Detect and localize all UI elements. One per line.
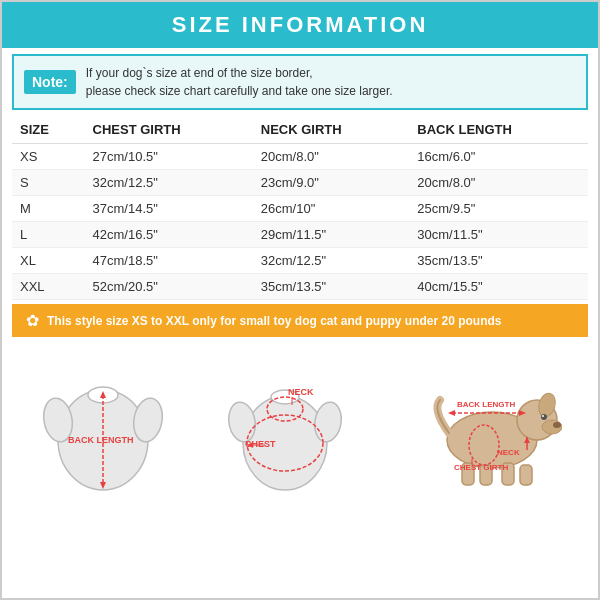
svg-point-25	[553, 422, 561, 428]
table-cell-1: 37cm/14.5"	[85, 196, 253, 222]
table-cell-0: S	[12, 170, 85, 196]
note-label: Note:	[24, 70, 76, 94]
svg-rect-29	[520, 465, 532, 485]
footer-bar: ✿ This style size XS to XXL only for sma…	[12, 304, 588, 337]
table-cell-0: M	[12, 196, 85, 222]
svg-point-23	[541, 414, 547, 420]
footer-text: This style size XS to XXL only for small…	[47, 314, 502, 328]
table-row: M37cm/14.5"26cm/10"25cm/9.5"	[12, 196, 588, 222]
diagrams-section: BACK LENGTH NECK CHEST	[2, 341, 598, 501]
table-cell-0: XS	[12, 144, 85, 170]
table-cell-2: 23cm/9.0"	[253, 170, 410, 196]
col-header-size: SIZE	[12, 116, 85, 144]
diagram-dog: BACK LENGTH NECK CHEST GIRTH	[402, 355, 562, 495]
table-row: L42cm/16.5"29cm/11.5"30cm/11.5"	[12, 222, 588, 248]
table-cell-1: 47cm/18.5"	[85, 248, 253, 274]
table-cell-2: 29cm/11.5"	[253, 222, 410, 248]
table-cell-3: 35cm/13.5"	[409, 248, 588, 274]
table-cell-3: 25cm/9.5"	[409, 196, 588, 222]
table-row: S32cm/12.5"23cm/9.0"20cm/8.0"	[12, 170, 588, 196]
table-cell-1: 42cm/16.5"	[85, 222, 253, 248]
table-cell-2: 32cm/12.5"	[253, 248, 410, 274]
note-text: If your dog`s size at end of the size bo…	[86, 64, 393, 100]
table-cell-1: 32cm/12.5"	[85, 170, 253, 196]
col-header-back: BACK LENGTH	[409, 116, 588, 144]
col-header-chest: CHEST GIRTH	[85, 116, 253, 144]
svg-marker-31	[448, 410, 455, 416]
diagram-shirt-front: NECK CHEST	[220, 365, 350, 495]
table-cell-3: 40cm/15.5"	[409, 274, 588, 300]
header-bar: SIZE INFORMATION	[2, 2, 598, 48]
table-cell-2: 26cm/10"	[253, 196, 410, 222]
diagram-shirt-back: BACK LENGTH	[38, 365, 168, 495]
note-bar: Note: If your dog`s size at end of the s…	[12, 54, 588, 110]
table-cell-3: 30cm/11.5"	[409, 222, 588, 248]
table-cell-3: 20cm/8.0"	[409, 170, 588, 196]
svg-text:BACK LENGTH: BACK LENGTH	[457, 400, 515, 409]
table-row: XXL52cm/20.5"35cm/13.5"40cm/15.5"	[12, 274, 588, 300]
svg-text:NECK: NECK	[288, 387, 314, 397]
page-title: SIZE INFORMATION	[2, 12, 598, 38]
table-cell-0: XL	[12, 248, 85, 274]
svg-text:BACK LENGTH: BACK LENGTH	[68, 435, 134, 445]
table-row: XL47cm/18.5"32cm/12.5"35cm/13.5"	[12, 248, 588, 274]
main-container: SIZE INFORMATION Note: If your dog`s siz…	[0, 0, 600, 600]
svg-point-24	[542, 415, 544, 417]
table-cell-2: 20cm/8.0"	[253, 144, 410, 170]
table-cell-0: XXL	[12, 274, 85, 300]
col-header-neck: NECK GIRTH	[253, 116, 410, 144]
table-cell-3: 16cm/6.0"	[409, 144, 588, 170]
table-row: XS27cm/10.5"20cm/8.0"16cm/6.0"	[12, 144, 588, 170]
table-cell-1: 27cm/10.5"	[85, 144, 253, 170]
footer-icon: ✿	[26, 311, 39, 330]
table-cell-1: 52cm/20.5"	[85, 274, 253, 300]
table-cell-2: 35cm/13.5"	[253, 274, 410, 300]
table-cell-0: L	[12, 222, 85, 248]
svg-text:NECK: NECK	[497, 448, 520, 457]
size-table: SIZE CHEST GIRTH NECK GIRTH BACK LENGTH …	[12, 116, 588, 300]
